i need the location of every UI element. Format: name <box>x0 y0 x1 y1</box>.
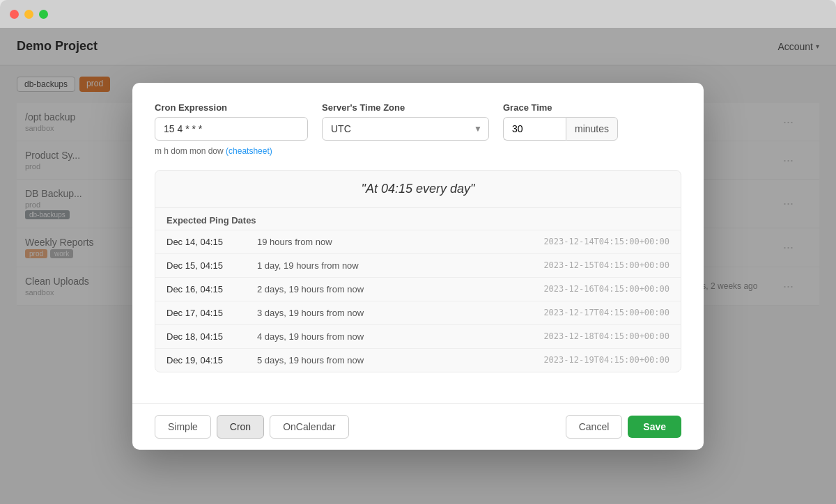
modal-footer: Simple Cron OnCalendar Cancel Save <box>132 403 704 450</box>
minimize-button[interactable] <box>24 10 33 19</box>
cron-expression-group: Cron Expression m h dom mon dow (cheatsh… <box>155 102 308 156</box>
save-button[interactable]: Save <box>628 416 681 438</box>
schedule-description: "At 04:15 every day" <box>155 171 681 208</box>
ping-iso: 2023-12-15T04:15:00+00:00 <box>543 260 669 270</box>
window-chrome <box>0 0 836 28</box>
grace-row: minutes <box>503 117 642 141</box>
ping-iso: 2023-12-16T04:15:00+00:00 <box>543 284 669 294</box>
cron-expression-input[interactable] <box>155 117 308 141</box>
ping-relative: 5 days, 19 hours from now <box>257 355 543 365</box>
ping-date: Dec 14, 04:15 <box>167 237 257 247</box>
ping-date-row: Dec 18, 04:15 4 days, 19 hours from now … <box>155 324 681 348</box>
timezone-select[interactable]: UTC America/New_York America/Los_Angeles… <box>322 117 489 141</box>
ping-date: Dec 18, 04:15 <box>167 331 257 342</box>
tab-simple[interactable]: Simple <box>155 415 211 439</box>
maximize-button[interactable] <box>39 10 48 19</box>
ping-date-row: Dec 15, 04:15 1 day, 19 hours from now 2… <box>155 253 681 277</box>
ping-date: Dec 15, 04:15 <box>167 260 257 271</box>
cron-expression-label: Cron Expression <box>155 102 308 113</box>
ping-date-row: Dec 14, 04:15 19 hours from now 2023-12-… <box>155 230 681 253</box>
ping-relative: 19 hours from now <box>257 237 543 247</box>
tab-cron[interactable]: Cron <box>217 415 264 439</box>
ping-dates-table: Dec 14, 04:15 19 hours from now 2023-12-… <box>155 230 681 372</box>
modal-overlay: Cron Expression m h dom mon dow (cheatsh… <box>0 28 836 504</box>
ping-iso: 2023-12-17T04:15:00+00:00 <box>543 308 669 317</box>
ping-date: Dec 16, 04:15 <box>167 284 257 294</box>
cron-hint: m h dom mon dow (cheatsheet) <box>155 146 308 156</box>
grace-unit-label: minutes <box>566 117 618 141</box>
ping-date-row: Dec 19, 04:15 5 days, 19 hours from now … <box>155 348 681 372</box>
close-button[interactable] <box>10 10 19 19</box>
ping-iso: 2023-12-19T04:15:00+00:00 <box>543 355 669 365</box>
ping-iso: 2023-12-18T04:15:00+00:00 <box>543 331 669 341</box>
ping-relative: 1 day, 19 hours from now <box>257 260 543 271</box>
grace-time-input[interactable] <box>503 117 566 141</box>
ping-date: Dec 17, 04:15 <box>167 308 257 318</box>
ping-relative: 3 days, 19 hours from now <box>257 308 543 318</box>
grace-time-group: Grace Time minutes <box>503 102 642 141</box>
ping-relative: 4 days, 19 hours from now <box>257 331 543 342</box>
timezone-select-wrapper: UTC America/New_York America/Los_Angeles… <box>322 117 489 141</box>
timezone-label: Server's Time Zone <box>322 102 489 113</box>
ping-relative: 2 days, 19 hours from now <box>257 284 543 294</box>
expected-ping-header: Expected Ping Dates <box>155 208 681 230</box>
ping-date-row: Dec 17, 04:15 3 days, 19 hours from now … <box>155 301 681 324</box>
ping-iso: 2023-12-14T04:15:00+00:00 <box>543 237 669 246</box>
ping-date: Dec 19, 04:15 <box>167 355 257 365</box>
tab-oncalendar[interactable]: OnCalendar <box>270 415 349 439</box>
schedule-modal: Cron Expression m h dom mon dow (cheatsh… <box>132 83 704 450</box>
cheatsheet-link[interactable]: (cheatsheet) <box>226 146 272 156</box>
modal-fields: Cron Expression m h dom mon dow (cheatsh… <box>155 102 681 156</box>
ping-date-row: Dec 16, 04:15 2 days, 19 hours from now … <box>155 277 681 301</box>
schedule-preview: "At 04:15 every day" Expected Ping Dates… <box>155 170 681 372</box>
grace-time-label: Grace Time <box>503 102 642 113</box>
app-container: Demo Project Account ▾ db-backups prod /… <box>0 28 836 504</box>
modal-body: Cron Expression m h dom mon dow (cheatsh… <box>132 83 704 403</box>
cancel-button[interactable]: Cancel <box>566 415 623 439</box>
timezone-group: Server's Time Zone UTC America/New_York … <box>322 102 489 141</box>
